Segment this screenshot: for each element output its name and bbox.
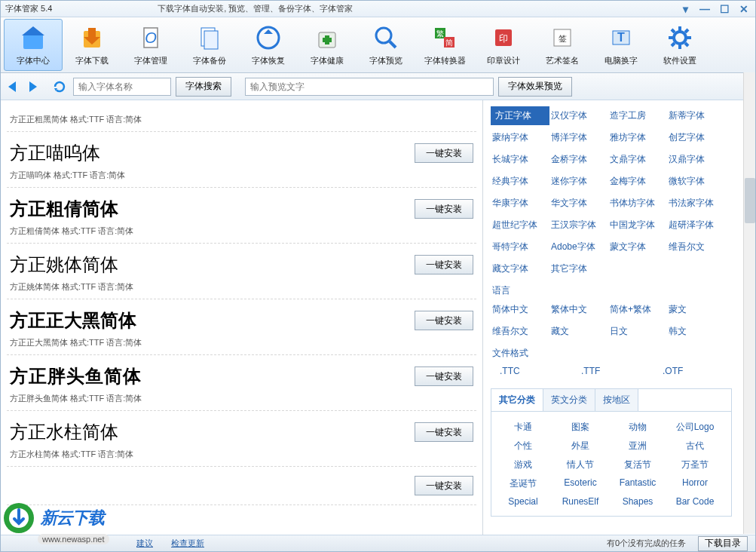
vendors-item[interactable]: 王汉宗字体 [549,216,608,235]
other-item[interactable]: 外星 [552,437,609,455]
suggestion-link[interactable]: 建议 [136,538,153,549]
maximize-icon[interactable]: ☐ [718,3,731,15]
other-item[interactable]: Fantastic [609,474,666,493]
other-item[interactable]: 游戏 [494,455,552,474]
toolbar-download[interactable]: 字体下载 [63,19,121,71]
formats-item[interactable]: .TTF [580,363,638,379]
other-item[interactable]: 亚洲 [609,437,666,455]
other-item[interactable]: 情人节 [552,455,609,474]
forward-button[interactable] [26,78,46,95]
toolbar-swap[interactable]: T电脑换字 [592,19,650,71]
toolbar-restore[interactable]: 字体恢复 [239,19,298,71]
langs-item[interactable]: 日文 [608,322,667,341]
toolbar-sign[interactable]: 签艺术签名 [533,19,592,71]
refresh-button[interactable] [51,78,69,95]
other-item[interactable]: 万圣节 [666,455,724,474]
vendors-item[interactable]: 超研泽字体 [667,216,726,235]
vendors-item[interactable]: 迷你字体 [549,172,608,191]
toolbar-health[interactable]: 字体健康 [298,19,357,71]
other-item[interactable]: 圣诞节 [494,474,552,493]
preview-effect-button[interactable]: 字体效果预览 [498,77,572,97]
font-list[interactable]: 方正正粗黑简体 格式:TTF 语言:简体方正喵呜体一键安装方正喵呜体 格式:TT… [1,100,483,535]
vendors-item[interactable]: 汉鼎字体 [667,150,726,169]
toolbar-stamp[interactable]: 印印章设计 [474,19,533,71]
subcategory-tab[interactable]: 按地区 [595,389,638,411]
vendors-item[interactable]: 书法家字体 [667,194,726,213]
other-item[interactable]: 卡通 [494,418,552,437]
vendors-item[interactable]: 微软字体 [667,172,726,191]
toolbar-settings[interactable]: 软件设置 [650,19,709,71]
vendors-item[interactable]: 博洋字体 [549,128,608,147]
formats-item[interactable]: .OTF [661,363,720,379]
install-button[interactable]: 一键安装 [415,422,473,442]
dropdown-icon[interactable]: ▾ [678,3,692,15]
search-button[interactable]: 字体搜索 [176,77,231,97]
install-button[interactable]: 一键安装 [415,366,473,386]
scroll-thumb[interactable] [745,178,755,223]
vendors-item[interactable]: 华文字体 [549,194,608,213]
vendors-item[interactable]: 其它字体 [549,259,608,278]
font-name-input[interactable] [73,78,171,96]
install-button[interactable]: 一键安装 [415,255,473,274]
toolbar-convert[interactable]: 繁简字体转换器 [415,19,474,71]
vendors-item[interactable]: 长城字体 [491,150,549,169]
vendors-item[interactable]: 金梅字体 [608,172,667,191]
vendors-item[interactable]: 蒙文字体 [608,238,667,256]
vendors-item[interactable]: Adobe字体 [549,238,608,256]
preview-text-input[interactable] [245,78,494,96]
other-item[interactable]: 公司Logo [666,418,724,437]
vendors-item[interactable]: 金桥字体 [549,150,608,169]
langs-item[interactable]: 繁体中文 [549,300,608,319]
other-item[interactable]: 个性 [494,437,552,455]
langs-item[interactable]: 蒙文 [667,300,726,319]
formats-item[interactable]: .TTC [498,363,557,379]
minimize-icon[interactable]: — [698,3,712,15]
other-item[interactable]: 图案 [552,418,609,437]
download-catalog-button[interactable]: 下载目录 [698,536,748,551]
install-button[interactable]: 一键安装 [415,311,473,330]
vendors-item[interactable]: 雅坊字体 [608,128,667,147]
subcategory-tab[interactable]: 其它分类 [491,389,543,411]
back-button[interactable] [5,78,25,95]
vendors-item[interactable]: 哥特字体 [491,238,549,256]
vendors-item[interactable]: 文鼎字体 [608,150,667,169]
vendors-item[interactable]: 华康字体 [491,194,549,213]
vendors-item[interactable]: 新蒂字体 [667,106,726,125]
other-item[interactable]: 动物 [609,418,666,437]
toolbar-preview[interactable]: 字体预览 [357,19,415,71]
install-button[interactable]: 一键安装 [415,476,473,495]
install-button[interactable]: 一键安装 [415,143,473,163]
toolbar-backup[interactable]: 字体备份 [180,19,239,71]
toolbar-manage[interactable]: O字体管理 [121,19,180,71]
langs-item[interactable]: 韩文 [667,322,726,341]
other-item[interactable]: Shapes [609,493,666,510]
subcategory-tab[interactable]: 英文分类 [543,389,595,411]
other-item[interactable]: 复活节 [609,455,666,474]
vendors-item[interactable]: 汉仪字体 [549,106,608,125]
other-item[interactable]: 古代 [666,437,724,455]
other-item[interactable]: Horror [666,474,724,493]
langs-item[interactable]: 藏文 [549,322,608,341]
other-item[interactable]: Special [494,493,552,510]
other-item[interactable]: Bar Code [666,493,724,510]
toolbar-home[interactable]: 字体中心 [4,19,63,71]
close-icon[interactable]: ✕ [737,3,751,15]
other-item[interactable]: RunesElf [552,493,609,510]
check-update-link[interactable]: 检查更新 [171,538,204,549]
vendors-item[interactable]: 中国龙字体 [608,216,667,235]
install-button[interactable]: 一键安装 [415,199,473,219]
langs-item[interactable]: 简体+繁体 [608,300,667,319]
langs-item[interactable]: 维吾尔文 [491,322,549,341]
other-item[interactable]: Esoteric [552,474,609,493]
langs-item[interactable]: 简体中文 [491,300,549,319]
vendors-item[interactable]: 维吾尔文 [667,238,726,256]
scrollbar[interactable] [743,72,755,534]
vendors-item[interactable]: 造字工房 [608,106,667,125]
vendors-item[interactable]: 书体坊字体 [608,194,667,213]
vendors-item[interactable]: 方正字体 [491,106,549,125]
vendors-item[interactable]: 超世纪字体 [491,216,549,235]
vendors-item[interactable]: 蒙纳字体 [491,128,549,147]
category-sidebar[interactable]: 方正字体汉仪字体造字工房新蒂字体蒙纳字体博洋字体雅坊字体创艺字体长城字体金桥字体… [483,100,739,535]
vendors-item[interactable]: 创艺字体 [667,128,726,147]
vendors-item[interactable]: 藏文字体 [491,259,549,278]
